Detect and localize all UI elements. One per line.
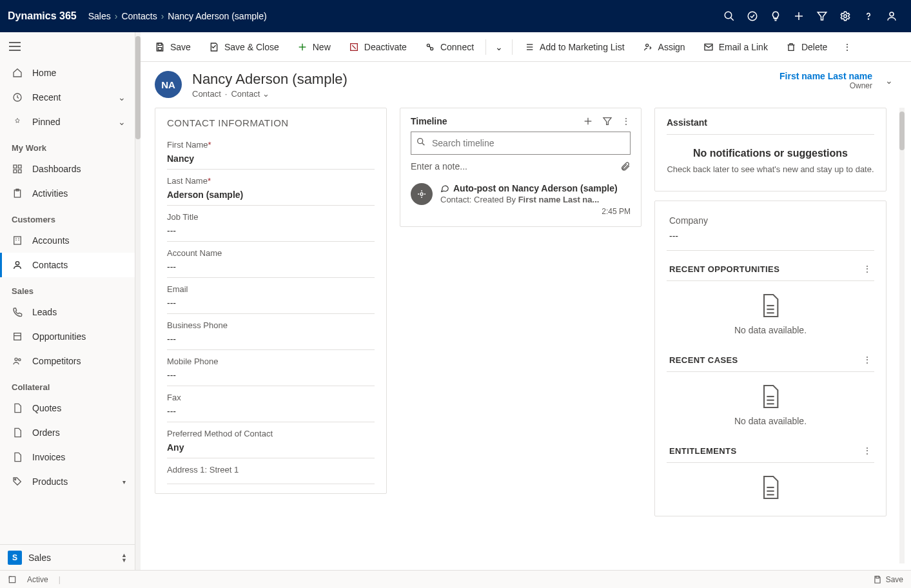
field-label: First Name* <box>167 140 375 150</box>
save-button[interactable]: Save <box>147 38 199 56</box>
svg-rect-19 <box>14 237 21 244</box>
field-value[interactable]: --- <box>167 406 375 416</box>
overflow-menu[interactable]: ⋮ <box>838 38 857 56</box>
section-more-button[interactable]: ⋮ <box>863 446 872 456</box>
add-marketing-button[interactable]: Add to Marketing List <box>516 38 632 56</box>
field-value[interactable]: Any <box>167 442 375 453</box>
popout-icon[interactable] <box>8 575 17 584</box>
header-expand[interactable]: ⌄ <box>881 72 897 90</box>
up-down-icon[interactable]: ▲▼ <box>121 553 127 563</box>
field-row[interactable]: Business Phone--- <box>167 314 375 350</box>
field-row[interactable]: Address 1: Street 1 <box>167 458 375 484</box>
email-link-button[interactable]: Email a Link <box>696 38 776 56</box>
sidebar-scrollbar[interactable] <box>135 32 141 570</box>
field-row[interactable]: Fax--- <box>167 386 375 422</box>
crumb-sales[interactable]: Sales <box>88 11 111 21</box>
sidebar-item-opportunities[interactable]: Opportunities <box>0 324 135 349</box>
person-icon[interactable] <box>880 5 903 28</box>
field-row[interactable]: First Name*Nancy <box>167 133 375 170</box>
svg-rect-31 <box>158 47 161 50</box>
sidebar-item-invoices[interactable]: Invoices <box>0 445 135 469</box>
document-icon <box>12 452 23 462</box>
svg-point-27 <box>15 358 17 360</box>
field-value[interactable]: Nancy <box>167 153 375 164</box>
assign-button[interactable]: Assign <box>635 38 693 56</box>
main-scrollbar[interactable] <box>899 108 905 564</box>
entity-label: Contact <box>192 89 221 99</box>
save-close-button[interactable]: Save & Close <box>201 38 287 56</box>
timeline-more-button[interactable]: ⋮ <box>622 116 631 126</box>
timeline-item-author: First name Last na... <box>518 195 600 204</box>
sidebar-item-orders[interactable]: Orders <box>0 420 135 445</box>
sidebar-item-recent[interactable]: Recent ⌄ <box>0 85 135 110</box>
hamburger-button[interactable] <box>0 32 135 61</box>
sidebar-item-competitors[interactable]: Competitors <box>0 349 135 373</box>
field-value[interactable]: --- <box>167 334 375 344</box>
save-close-icon <box>209 42 219 52</box>
sidebar-item-dashboards[interactable]: Dashboards <box>0 157 135 181</box>
field-row[interactable]: Preferred Method of ContactAny <box>167 422 375 458</box>
new-button[interactable]: New <box>289 38 338 56</box>
deactivate-button[interactable]: Deactivate <box>341 38 415 56</box>
brand[interactable]: Dynamics 365 <box>8 10 77 22</box>
section-more-button[interactable]: ⋮ <box>863 355 872 365</box>
page-title: Nancy Aderson (sample) <box>192 71 348 88</box>
sidebar-item-activities[interactable]: Activities <box>0 181 135 206</box>
paperclip-icon[interactable] <box>620 161 631 172</box>
lightbulb-icon[interactable] <box>764 5 787 28</box>
crumb-contacts[interactable]: Contacts <box>121 11 157 21</box>
section-more-button[interactable]: ⋮ <box>863 264 872 274</box>
separator <box>485 39 486 55</box>
connect-dropdown[interactable]: ⌄ <box>490 38 508 56</box>
sidebar-item-products[interactable]: Products ▾ <box>0 469 135 494</box>
owner-link[interactable]: First name Last name <box>779 71 872 81</box>
delete-button[interactable]: Delete <box>778 38 835 56</box>
field-row[interactable]: Mobile Phone--- <box>167 350 375 386</box>
area-switcher[interactable]: S Sales ▲▼ <box>0 544 135 570</box>
timeline-filter-button[interactable] <box>602 116 612 126</box>
sidebar-item-accounts[interactable]: Accounts <box>0 228 135 253</box>
plus-icon[interactable] <box>787 5 810 28</box>
trash-icon <box>786 42 796 52</box>
field-value[interactable]: --- <box>167 262 375 272</box>
timeline-add-button[interactable] <box>583 116 593 126</box>
assign-icon <box>643 42 653 52</box>
gear-icon[interactable] <box>834 5 857 28</box>
sidebar-item-home[interactable]: Home <box>0 61 135 85</box>
company-value[interactable]: --- <box>669 231 872 241</box>
sidebar-item-quotes[interactable]: Quotes <box>0 396 135 420</box>
field-label: Account Name <box>167 248 375 258</box>
field-value[interactable]: --- <box>167 298 375 308</box>
field-label: Address 1: Street 1 <box>167 465 375 475</box>
crumb-record[interactable]: Nancy Aderson (sample) <box>168 11 266 21</box>
document-icon <box>12 427 23 438</box>
search-icon[interactable] <box>718 5 741 28</box>
target-icon[interactable] <box>741 5 764 28</box>
field-row[interactable]: Account Name--- <box>167 242 375 278</box>
sidebar-item-contacts[interactable]: Contacts <box>0 253 135 277</box>
sidebar-item-pinned[interactable]: Pinned ⌄ <box>0 110 135 134</box>
field-value[interactable]: --- <box>167 370 375 380</box>
sidebar-item-label: Quotes <box>32 403 61 413</box>
svg-point-28 <box>19 358 21 360</box>
field-value[interactable]: Aderson (sample) <box>167 190 375 200</box>
field-label: Fax <box>167 393 375 402</box>
owner-label: Owner <box>779 81 872 90</box>
field-row[interactable]: Email--- <box>167 278 375 314</box>
form-selector[interactable]: Contact ⌄ <box>231 89 269 99</box>
field-value[interactable]: --- <box>167 226 375 236</box>
status-save-button[interactable]: Save <box>873 575 903 584</box>
timeline-item[interactable]: Auto-post on Nancy Aderson (sample) Cont… <box>400 177 641 226</box>
chevron-down-icon: ⌄ <box>262 89 269 99</box>
field-row[interactable]: Last Name*Aderson (sample) <box>167 170 375 206</box>
field-row[interactable]: Job Title--- <box>167 206 375 242</box>
sidebar-item-leads[interactable]: Leads <box>0 300 135 324</box>
chevron-right-icon: › <box>115 11 118 21</box>
timeline-note-input[interactable]: Enter a note... <box>411 161 631 172</box>
connect-button[interactable]: Connect <box>417 38 482 56</box>
chat-icon <box>440 184 449 193</box>
help-icon[interactable] <box>857 5 880 28</box>
cmd-label: Delete <box>801 42 827 52</box>
filter-icon[interactable] <box>810 5 834 28</box>
timeline-search-input[interactable] <box>411 132 631 155</box>
